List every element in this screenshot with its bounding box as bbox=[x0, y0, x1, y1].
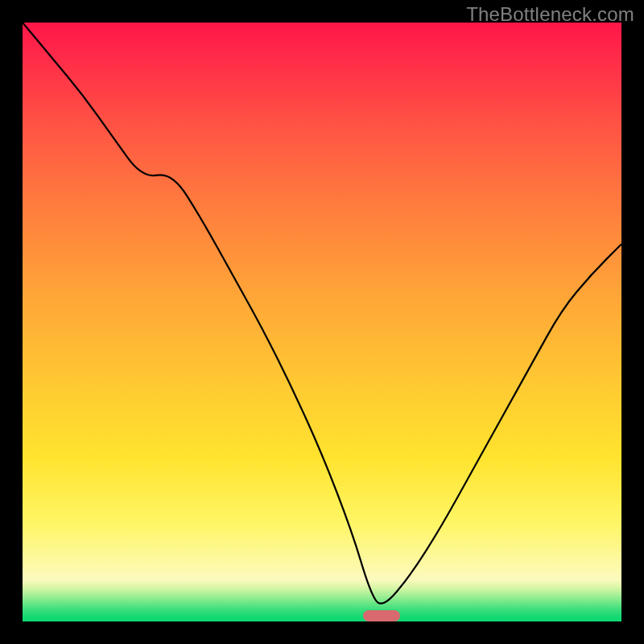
optimal-marker bbox=[363, 610, 400, 621]
chart-frame: TheBottleneck.com bbox=[0, 0, 644, 644]
plot-area bbox=[23, 23, 621, 621]
curve-path bbox=[23, 23, 621, 604]
bottleneck-curve bbox=[23, 23, 621, 621]
watermark-text: TheBottleneck.com bbox=[466, 3, 634, 26]
